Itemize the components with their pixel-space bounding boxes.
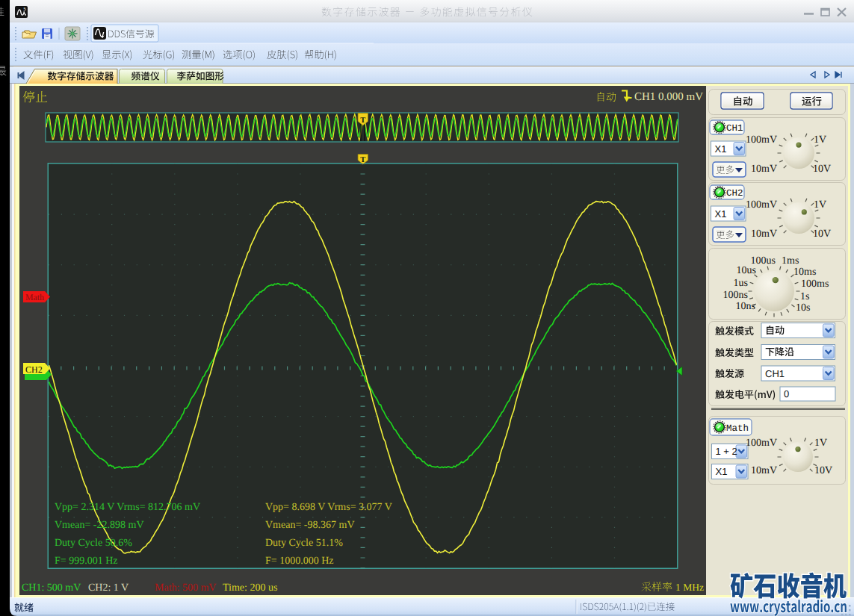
svg-text:Vmean= -98.367 mV: Vmean= -98.367 mV (265, 520, 355, 531)
svg-text:1V: 1V (814, 438, 827, 449)
svg-text:Vmean= -22.898 mV: Vmean= -22.898 mV (55, 520, 144, 531)
svg-text:CH2: 1 V: CH2: 1 V (88, 582, 129, 594)
svg-text:X1: X1 (715, 143, 727, 155)
svg-text:X1: X1 (716, 466, 728, 477)
svg-text:CH2: CH2 (726, 188, 743, 199)
svg-text:1ms: 1ms (782, 255, 799, 267)
svg-text:F= 1000.000 Hz: F= 1000.000 Hz (265, 556, 334, 567)
svg-text:1us: 1us (734, 278, 748, 289)
svg-text:T: T (360, 156, 365, 164)
svg-text:CH1 0.000 mV: CH1 0.000 mV (634, 91, 703, 103)
svg-text:1V: 1V (814, 134, 826, 146)
svg-text:0: 0 (784, 388, 789, 399)
svg-text:Vpp= 8.698 V Vrms= 3.077 V: Vpp= 8.698 V Vrms= 3.077 V (265, 502, 392, 513)
svg-text:1 MHz: 1 MHz (675, 582, 704, 593)
svg-text:10s: 10s (796, 302, 810, 314)
svg-text:Math: 500 mV: Math: 500 mV (155, 582, 216, 594)
svg-text:1s: 1s (800, 291, 809, 302)
svg-text:Time: 200 us: Time: 200 us (223, 582, 277, 594)
svg-text:10ms: 10ms (793, 267, 816, 278)
svg-text:100mV: 100mV (746, 134, 777, 146)
svg-text:Duty Cycle 51.1%: Duty Cycle 51.1% (265, 538, 343, 549)
svg-text:Math: Math (25, 292, 44, 302)
svg-text:CH1: CH1 (726, 123, 743, 134)
svg-text:CH2: CH2 (25, 364, 43, 375)
svg-text:10mV: 10mV (751, 465, 777, 476)
svg-text:F= 999.001 Hz: F= 999.001 Hz (55, 556, 118, 567)
svg-text:10V: 10V (814, 465, 832, 476)
svg-text:10mV: 10mV (751, 228, 777, 240)
svg-text:100ns: 100ns (723, 290, 748, 301)
svg-text:Duty Cycle 50.6%: Duty Cycle 50.6% (55, 538, 132, 549)
svg-text:100ms: 100ms (801, 279, 829, 290)
svg-text:10V: 10V (813, 164, 831, 175)
svg-text:10mV: 10mV (751, 164, 777, 175)
svg-text:10us: 10us (737, 265, 756, 276)
svg-text:Vpp= 2.314 V Vrms= 812.706 mV: Vpp= 2.314 V Vrms= 812.706 mV (55, 502, 200, 513)
svg-text:10V: 10V (813, 228, 831, 240)
svg-text:100mV: 100mV (746, 438, 777, 449)
svg-text:10ns: 10ns (736, 301, 755, 312)
svg-text:CH1: 500 mV: CH1: 500 mV (22, 582, 81, 594)
svg-text:Math: Math (726, 423, 749, 434)
svg-text:1 + 2: 1 + 2 (716, 446, 737, 457)
svg-text:1V: 1V (814, 199, 826, 211)
svg-text:X1: X1 (715, 208, 727, 220)
svg-text:CH1: CH1 (765, 368, 785, 379)
svg-text:T: T (360, 116, 365, 125)
svg-text:100mV: 100mV (746, 199, 777, 211)
